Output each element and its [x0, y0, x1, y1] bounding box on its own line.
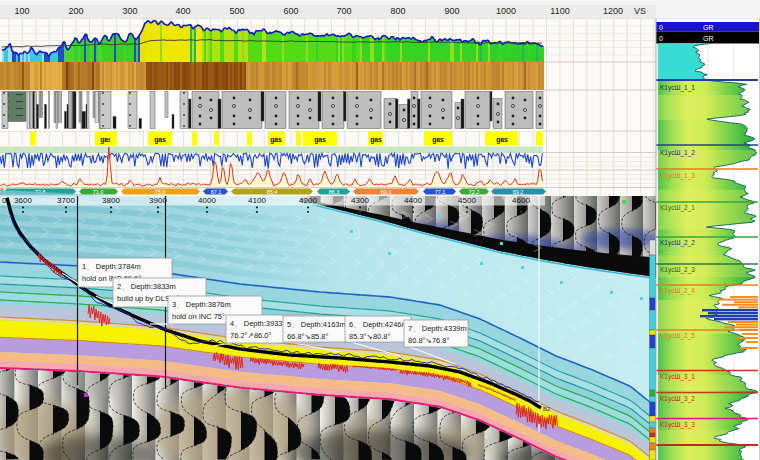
svg-text:K1ycШ_2_1: K1ycШ_2_1	[660, 204, 695, 212]
svg-text:6、 Depth:4246m: 6、 Depth:4246m	[349, 320, 408, 329]
svg-text:3900: 3900	[149, 196, 167, 205]
svg-text:4600: 4600	[512, 196, 530, 205]
svg-text:600: 600	[283, 6, 298, 16]
svg-text:1、 Depth:3784m: 1、 Depth:3784m	[82, 262, 141, 271]
svg-text:4200: 4200	[299, 196, 317, 205]
svg-text:800: 800	[390, 6, 405, 16]
svg-text:K1ycШ_1_3: K1ycШ_1_3	[660, 172, 695, 180]
svg-text:700: 700	[336, 6, 351, 16]
svg-text:900: 900	[444, 6, 459, 16]
svg-text:3800: 3800	[102, 196, 120, 205]
svg-text:gas: gas	[314, 136, 326, 144]
svg-text:85.3°↘80.8°: 85.3°↘80.8°	[349, 332, 390, 341]
svg-text:1000: 1000	[496, 6, 516, 16]
svg-text:87.1: 87.1	[211, 189, 222, 195]
svg-text:100: 100	[14, 6, 29, 16]
svg-text:0: 0	[659, 35, 663, 42]
svg-text:K1ycШ_1_1: K1ycШ_1_1	[660, 84, 695, 92]
svg-text:K1ycШ_2_4: K1ycШ_2_4	[660, 287, 695, 295]
svg-text:77.1: 77.1	[435, 189, 446, 195]
svg-text:GR: GR	[703, 24, 714, 31]
svg-text:gas: gas	[432, 136, 444, 144]
svg-text:75.9: 75.9	[155, 189, 166, 195]
svg-text:gas: gas	[370, 136, 382, 144]
svg-text:4400: 4400	[404, 196, 422, 205]
svg-text:71.0: 71.0	[93, 189, 104, 195]
svg-text:K1ycШ_2_5: K1ycШ_2_5	[660, 332, 695, 340]
svg-text:4、 Depth:3933: 4、 Depth:3933	[230, 319, 283, 328]
svg-text:gas: gas	[154, 136, 166, 144]
svg-text:4000: 4000	[198, 196, 216, 205]
svg-text:500: 500	[229, 6, 244, 16]
svg-text:5、 Depth:4163m: 5、 Depth:4163m	[287, 320, 346, 329]
svg-text:K1ycШ_3_3: K1ycШ_3_3	[660, 421, 695, 429]
svg-text:VS: VS	[634, 6, 646, 16]
svg-text:3、 Depth:3876m: 3、 Depth:3876m	[172, 300, 231, 309]
svg-text:1200: 1200	[603, 6, 623, 16]
svg-text:0: 0	[659, 24, 663, 31]
svg-text:gas: gas	[496, 136, 508, 144]
svg-text:76.2°↗86.0°: 76.2°↗86.0°	[230, 331, 271, 340]
svg-text:400: 400	[175, 6, 190, 16]
svg-text:86.3: 86.3	[329, 189, 340, 195]
svg-text:2、 Depth:3833m: 2、 Depth:3833m	[117, 282, 176, 291]
svg-text:4100: 4100	[248, 196, 266, 205]
svg-text:3600: 3600	[14, 196, 32, 205]
svg-text:K1ycШ_2_2: K1ycШ_2_2	[660, 239, 695, 247]
svg-text:200: 200	[68, 6, 83, 16]
svg-text:K1ycШ_1_2: K1ycШ_1_2	[660, 149, 695, 157]
svg-text:80.3: 80.3	[381, 189, 392, 195]
svg-text:85.4: 85.4	[267, 189, 278, 195]
svg-text:3700: 3700	[57, 196, 75, 205]
svg-text:K1ycШ_3_1: K1ycШ_3_1	[660, 373, 695, 381]
svg-text:gas: gas	[270, 136, 282, 144]
svg-text:80.8°↘76.8°: 80.8°↘76.8°	[408, 336, 449, 345]
svg-text:1100: 1100	[550, 6, 569, 16]
svg-text:4300: 4300	[351, 196, 369, 205]
svg-text:hold on INC 75°: hold on INC 75°	[172, 312, 225, 321]
svg-text:K1ycШ_2_3: K1ycШ_2_3	[660, 266, 695, 274]
svg-text:B2: B2	[543, 406, 551, 412]
svg-text:GR: GR	[703, 35, 714, 42]
svg-text:69.2: 69.2	[513, 189, 524, 195]
svg-text:66.8°↘85.8°: 66.8°↘85.8°	[287, 332, 328, 341]
svg-text:4500: 4500	[458, 196, 476, 205]
svg-text:72.2: 72.2	[469, 189, 480, 195]
svg-text:K1ycШ_3_2: K1ycШ_3_2	[660, 395, 695, 403]
svg-text:7、 Depth:4339m: 7、 Depth:4339m	[408, 324, 467, 333]
svg-text:300: 300	[122, 6, 137, 16]
